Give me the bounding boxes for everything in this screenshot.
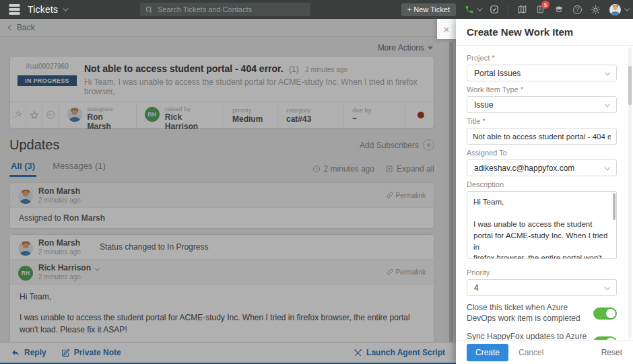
graduation-cap-icon bbox=[554, 5, 564, 14]
topbar-divider bbox=[508, 5, 508, 15]
gear-icon bbox=[591, 5, 601, 15]
project-label: Project * bbox=[467, 54, 617, 62]
panel-title: Create New Work Item bbox=[456, 19, 633, 46]
close-icon: × bbox=[444, 24, 450, 35]
create-button[interactable]: Create bbox=[467, 344, 508, 361]
assigned-to-label: Assigned To bbox=[467, 149, 617, 157]
create-work-item-panel: Create New Work Item Project * Portal Is… bbox=[456, 19, 633, 364]
search-input[interactable]: Search Tickets and Contacts bbox=[140, 3, 310, 16]
phone-icon bbox=[465, 5, 474, 14]
work-item-type-select[interactable]: Issue bbox=[467, 96, 617, 113]
question-mark-icon: ? bbox=[576, 6, 579, 13]
module-title[interactable]: Tickets bbox=[28, 4, 58, 15]
happyfox-logo-icon[interactable] bbox=[9, 4, 20, 15]
profile-menu[interactable] bbox=[609, 4, 628, 15]
news-button[interactable]: 5 bbox=[536, 5, 545, 14]
cancel-button[interactable]: Cancel bbox=[519, 348, 543, 357]
module-chevron-down-icon[interactable] bbox=[63, 5, 68, 11]
topbar: Tickets Search Tickets and Contacts + Ne… bbox=[0, 0, 633, 19]
tasks-button[interactable] bbox=[490, 5, 499, 14]
sync-updates-toggle-label: Sync HappyFox updates to Azure DevOps bbox=[467, 332, 593, 340]
chevron-down-icon bbox=[605, 102, 610, 107]
phone-chevron-down-icon bbox=[477, 5, 482, 11]
assigned-to-select[interactable]: adikeshav.c@happyfox.com bbox=[467, 159, 617, 176]
academy-button[interactable] bbox=[554, 5, 564, 14]
panel-close-button[interactable]: × bbox=[437, 19, 456, 39]
panel-scrollbar[interactable] bbox=[628, 47, 632, 338]
user-avatar bbox=[609, 4, 621, 15]
phone-button[interactable] bbox=[465, 5, 481, 14]
help-button[interactable]: ? bbox=[573, 5, 582, 14]
settings-button[interactable] bbox=[591, 5, 601, 15]
news-badge: 5 bbox=[541, 1, 549, 9]
chevron-down-icon bbox=[605, 285, 610, 290]
panel-scrollbar-thumb[interactable] bbox=[628, 66, 632, 105]
search-icon bbox=[145, 6, 153, 13]
title-input[interactable] bbox=[467, 128, 617, 145]
title-label: Title * bbox=[467, 117, 617, 125]
project-select[interactable]: Portal Issues bbox=[467, 65, 617, 81]
search-placeholder: Search Tickets and Contacts bbox=[158, 5, 252, 13]
kb-button[interactable] bbox=[517, 5, 527, 14]
close-ticket-toggle-label: Close this ticket when Azure DevOps work… bbox=[467, 303, 593, 324]
close-ticket-toggle[interactable] bbox=[593, 307, 617, 320]
profile-chevron-down-icon bbox=[624, 5, 630, 11]
reset-button[interactable]: Reset bbox=[601, 348, 622, 357]
chevron-down-icon bbox=[605, 165, 610, 170]
map-icon bbox=[517, 5, 527, 14]
work-item-type-label: Work Item Type * bbox=[467, 85, 617, 94]
textarea-scrollbar[interactable] bbox=[613, 193, 615, 220]
priority-field-label: Priority bbox=[467, 268, 617, 277]
check-square-icon bbox=[490, 5, 499, 14]
new-ticket-button[interactable]: + New Ticket bbox=[401, 3, 456, 16]
description-textarea[interactable]: Hi Team, I was unable to access the stud… bbox=[467, 191, 617, 259]
chevron-down-icon bbox=[605, 70, 610, 75]
modal-overlay bbox=[0, 19, 456, 364]
priority-select[interactable]: 4 bbox=[467, 279, 617, 296]
description-label: Description bbox=[467, 180, 617, 188]
